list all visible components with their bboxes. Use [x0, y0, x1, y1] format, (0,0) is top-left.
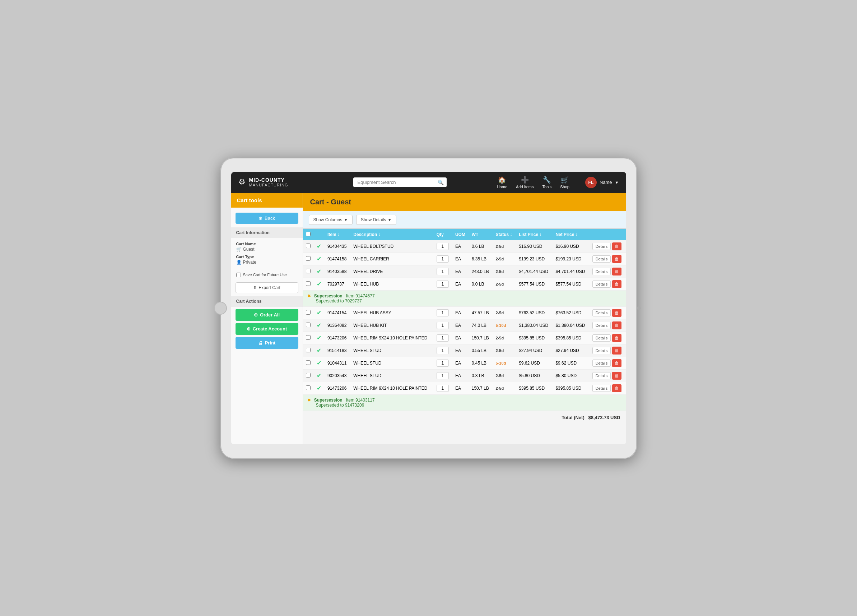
qty-input[interactable] — [436, 334, 449, 342]
details-button[interactable]: Details — [592, 322, 611, 329]
row-checkbox[interactable] — [306, 322, 311, 327]
delete-button[interactable]: 🗑 — [612, 372, 622, 380]
row-checkbox[interactable] — [306, 373, 311, 378]
row-status: 2-5d — [493, 369, 516, 382]
row-actions-cell: Details 🗑 — [589, 370, 626, 382]
check-icon: ✔ — [317, 360, 321, 366]
row-checkbox[interactable] — [306, 385, 311, 390]
select-all-checkbox[interactable] — [306, 232, 311, 236]
search-bar: 🔍 — [303, 178, 497, 187]
search-wrap: 🔍 — [353, 178, 447, 187]
qty-input[interactable] — [436, 309, 449, 316]
row-actions-cell: Details 🗑 — [589, 344, 626, 357]
row-checkbox[interactable] — [306, 335, 311, 340]
row-checkbox-cell — [303, 344, 314, 357]
qty-input[interactable] — [436, 322, 449, 329]
delete-button[interactable]: 🗑 — [612, 255, 622, 263]
nav-item-add-items[interactable]: ➕ Add Items — [516, 176, 534, 189]
brand-text: MID-COUNTY MANUFACTURING — [249, 178, 288, 187]
row-net-price: $1,380.04 USD — [552, 319, 589, 331]
person-icon: 👤 — [236, 260, 241, 265]
row-checkbox[interactable] — [306, 281, 311, 286]
qty-input[interactable] — [436, 255, 449, 263]
details-button[interactable]: Details — [592, 255, 611, 263]
delete-button[interactable]: 🗑 — [612, 359, 622, 367]
qty-input[interactable] — [436, 268, 449, 275]
nav-item-shop[interactable]: 🛒 Shop — [560, 176, 569, 189]
check-icon: ✔ — [317, 373, 321, 379]
details-button[interactable]: Details — [592, 372, 611, 379]
create-account-button[interactable]: ⊕ Create Account — [235, 323, 299, 335]
row-qty-cell — [434, 252, 452, 265]
export-cart-button[interactable]: ⬆ Export Cart — [235, 282, 299, 293]
details-button[interactable]: Details — [592, 359, 611, 367]
row-checkbox-cell — [303, 306, 314, 319]
qty-input[interactable] — [436, 347, 449, 354]
row-check-cell: ✔ — [314, 265, 325, 278]
row-qty-cell — [434, 319, 452, 331]
details-button[interactable]: Details — [592, 280, 611, 288]
show-details-button[interactable]: Show Details ▼ — [356, 215, 396, 225]
row-checkbox[interactable] — [306, 256, 311, 261]
row-item: 91403588 — [325, 265, 350, 278]
save-cart-checkbox[interactable] — [236, 272, 241, 277]
row-qty-cell — [434, 382, 452, 395]
row-check-cell: ✔ — [314, 306, 325, 319]
nav-item-home[interactable]: 🏠 Home — [497, 176, 507, 189]
order-all-button[interactable]: ⊕ Order All — [235, 309, 299, 321]
details-button[interactable]: Details — [592, 268, 611, 275]
row-checkbox[interactable] — [306, 360, 311, 365]
delete-button[interactable]: 🗑 — [612, 347, 622, 354]
qty-input[interactable] — [436, 385, 449, 392]
back-button[interactable]: ⊕ Back — [235, 213, 299, 224]
row-actions-cell: Details 🗑 — [589, 240, 626, 252]
row-checkbox[interactable] — [306, 243, 311, 248]
details-button[interactable]: Details — [592, 309, 611, 316]
status-badge: 2-5d — [496, 257, 504, 261]
col-net-price: Net Price ↕ — [552, 229, 589, 240]
check-icon: ✔ — [317, 256, 321, 262]
qty-input[interactable] — [436, 372, 449, 379]
details-button[interactable]: Details — [592, 334, 611, 342]
supersession-text: Item 91403117 — [346, 398, 375, 402]
check-icon: ✔ — [317, 268, 321, 274]
row-checkbox[interactable] — [306, 348, 311, 352]
table-footer: Total (Net) $8,473.73 USD — [303, 411, 626, 424]
qty-input[interactable] — [436, 280, 449, 288]
details-button[interactable]: Details — [592, 385, 611, 392]
qty-input[interactable] — [436, 243, 449, 250]
row-list-price: $395.85 USD — [516, 382, 552, 395]
delete-button[interactable]: 🗑 — [612, 268, 622, 275]
row-checkbox[interactable] — [306, 269, 311, 273]
row-checkbox-cell — [303, 331, 314, 344]
row-status: 2-5d — [493, 306, 516, 319]
nav-item-tools[interactable]: 🔧 Tools — [543, 176, 552, 189]
delete-button[interactable]: 🗑 — [612, 384, 622, 392]
row-qty-cell — [434, 265, 452, 278]
row-checkbox-cell — [303, 240, 314, 253]
delete-button[interactable]: 🗑 — [612, 243, 622, 250]
details-button[interactable]: Details — [592, 243, 611, 250]
row-checkbox[interactable] — [306, 310, 311, 315]
show-columns-button[interactable]: Show Columns ▼ — [309, 215, 353, 225]
supersession-icon: ✖ — [307, 398, 311, 402]
row-wt: 47.57 LB — [469, 306, 493, 319]
delete-button[interactable]: 🗑 — [612, 322, 622, 330]
row-wt: 0.45 LB — [469, 357, 493, 369]
row-uom: EA — [452, 369, 469, 382]
search-input[interactable] — [353, 178, 447, 187]
row-status: 5-10d — [493, 357, 516, 369]
qty-input[interactable] — [436, 359, 449, 367]
home-button[interactable] — [214, 302, 227, 315]
delete-button[interactable]: 🗑 — [612, 334, 622, 342]
print-button[interactable]: 🖨 Print — [235, 337, 299, 349]
delete-button[interactable]: 🗑 — [612, 309, 622, 317]
user-area[interactable]: FL Name ▼ — [585, 177, 619, 188]
details-button[interactable]: Details — [592, 347, 611, 354]
delete-button[interactable]: 🗑 — [612, 280, 622, 288]
row-net-price: $395.85 USD — [552, 382, 589, 395]
table-row: ✔ 91404435 WHEEL BOLT/STUD EA 0.6 LB 2-5… — [303, 240, 626, 253]
col-actions — [589, 229, 626, 240]
row-item: 91514183 — [325, 344, 350, 357]
row-net-price: $395.85 USD — [552, 331, 589, 344]
